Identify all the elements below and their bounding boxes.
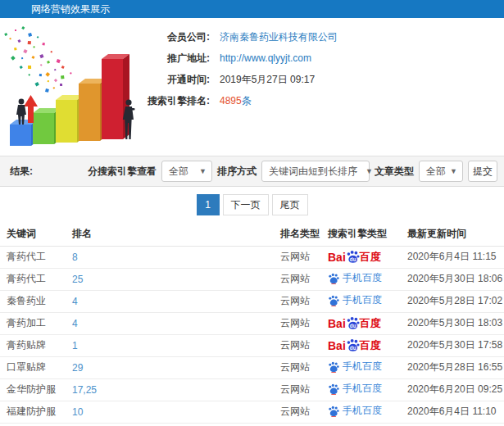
open-time-label: 开通时间: — [131, 73, 210, 87]
rank-type-cell: 云网站 — [280, 268, 328, 290]
submit-button[interactable]: 提交 — [468, 161, 497, 182]
rank-cell: 1 — [72, 334, 280, 356]
article-type-select[interactable]: 全部 ▼ — [419, 161, 463, 182]
promo-url-link[interactable]: http://www.qlyyjt.com — [220, 52, 311, 64]
header-engine-type: 搜索引擎类型 — [328, 223, 407, 246]
keyword-cell: 膏药贴牌 — [0, 334, 72, 356]
baidu-mobile-label: 手机百度 — [343, 404, 382, 418]
rank-count-label: 搜索引擎排名: — [131, 94, 210, 108]
rank-cell: 4 — [72, 312, 280, 334]
engine-filter-select[interactable]: 全部 ▼ — [161, 161, 212, 182]
rank-cell: 8 — [72, 246, 280, 268]
article-type-label: 文章类型 — [375, 165, 414, 179]
baidu-paw-icon: du — [346, 250, 360, 264]
keyword-cell: 金华防护服 — [0, 378, 72, 401]
baidu-mobile-label: 手机百度 — [343, 271, 382, 285]
rank-link[interactable]: 10 — [72, 406, 83, 418]
updated-time-cell: 2020年5月30日 18:03 — [407, 312, 504, 334]
engine-type-cell: 手机百度 — [328, 401, 407, 423]
table-row: 膏药代工8云网站Baidu百度2020年6月4日 11:15 — [0, 246, 504, 268]
rank-link[interactable]: 8 — [72, 252, 78, 263]
baidu-pc-logo: Baidu百度 — [328, 250, 381, 265]
summary-section: 会员公司: 济南秦鲁药业科技有限公司 推广地址: http://www.qlyy… — [0, 18, 504, 156]
baidu-paw-icon — [328, 273, 339, 284]
growth-chart-image — [0, 21, 152, 152]
engine-filter-value: 全部 — [169, 165, 188, 179]
baidu-logo-bai-text: Bai — [328, 339, 346, 352]
rank-type-cell: 云网站 — [280, 312, 328, 334]
chevron-down-icon: ▼ — [199, 167, 207, 175]
chevron-down-icon: ▼ — [366, 167, 373, 175]
window-titlebar: 网络营销效果展示 — [0, 0, 504, 18]
last-page-button[interactable]: 尾页 — [272, 194, 308, 215]
info-row-url: 推广地址: http://www.qlyyjt.com — [131, 48, 500, 69]
engine-type-cell: 手机百度 — [328, 268, 407, 290]
rank-link[interactable]: 29 — [72, 362, 83, 374]
baidu-mobile-label: 手机百度 — [343, 382, 382, 396]
updated-time-cell: 2020年6月4日 11:15 — [407, 246, 504, 268]
filter-controls: 分搜索引擎查看 全部 ▼ 排序方式 关键词由短到长排序 ▼ 文章类型 全部 ▼ … — [88, 161, 497, 182]
company-value-link[interactable]: 济南秦鲁药业科技有限公司 — [220, 30, 338, 44]
rank-count-unit: 条 — [242, 95, 252, 106]
engine-type-cell: Baidu百度 — [328, 334, 407, 356]
rank-cell: 17,25 — [72, 378, 280, 401]
rank-link[interactable]: 4 — [72, 296, 78, 307]
rank-cell: 29 — [72, 356, 280, 378]
baidu-mobile-logo: 手机百度 — [328, 382, 382, 396]
chevron-down-icon: ▼ — [450, 167, 457, 175]
svg-text:du: du — [350, 345, 356, 351]
baidu-pc-logo: Baidu百度 — [328, 316, 381, 331]
rank-type-cell: 云网站 — [280, 356, 328, 378]
baidu-mobile-logo: 手机百度 — [328, 360, 382, 374]
sort-select[interactable]: 关键词由短到长排序 ▼ — [261, 161, 370, 182]
info-row-open-time: 开通时间: 2019年5月27日 09:17 — [131, 69, 500, 90]
header-rank-type: 排名类型 — [280, 223, 328, 246]
baidu-paw-icon: du — [346, 316, 360, 330]
rank-type-cell: 云网站 — [280, 334, 328, 356]
keyword-cell: 膏药加工 — [0, 312, 72, 334]
page-button-1[interactable]: 1 — [197, 194, 220, 215]
updated-time-cell: 2020年6月4日 11:10 — [407, 401, 504, 423]
pagination: 1 下一页 尾页 — [0, 187, 504, 223]
baidu-logo-bai-text: Bai — [328, 317, 346, 330]
baidu-mobile-logo: 手机百度 — [328, 404, 382, 418]
header-keyword: 关键词 — [0, 223, 72, 246]
baidu-mobile-logo: 手机百度 — [328, 293, 382, 307]
table-row: 膏药加工4云网站Baidu百度2020年5月30日 18:03 — [0, 312, 504, 334]
rank-count-value: 4895条 — [220, 94, 252, 108]
rank-link[interactable]: 1 — [72, 340, 78, 351]
updated-time-cell: 2020年5月28日 16:55 — [407, 356, 504, 378]
rank-link[interactable]: 25 — [72, 274, 83, 285]
baidu-logo-cn-text: 百度 — [360, 250, 381, 265]
baidu-mobile-label: 手机百度 — [343, 360, 382, 374]
baidu-logo-cn-text: 百度 — [360, 338, 381, 353]
keyword-cell: 膏药代工 — [0, 246, 72, 268]
rank-type-cell: 云网站 — [280, 401, 328, 423]
table-row: 秦鲁药业4云网站手机百度2020年5月28日 17:02 — [0, 290, 504, 312]
table-header-row: 关键词 排名 排名类型 搜索引擎类型 最新更新时间 — [0, 223, 504, 246]
table-row: 膏药代工25云网站手机百度2020年5月30日 18:06 — [0, 268, 504, 290]
sort-value: 关键词由短到长排序 — [269, 165, 357, 179]
table-row: 金华防护服17,25云网站手机百度2020年6月20日 09:25 — [0, 378, 504, 401]
baidu-paw-icon — [328, 295, 339, 306]
baidu-paw-icon — [328, 406, 339, 417]
rank-link[interactable]: 17,25 — [72, 384, 97, 396]
svg-text:du: du — [350, 256, 356, 262]
table-row: 福建防护服10云网站手机百度2020年6月4日 11:10 — [0, 401, 504, 423]
next-page-button[interactable]: 下一页 — [223, 194, 269, 215]
keyword-cell: 口罩贴牌 — [0, 356, 72, 378]
engine-type-cell: Baidu百度 — [328, 312, 407, 334]
sort-label: 排序方式 — [217, 165, 257, 179]
updated-time-cell: 2020年5月28日 17:02 — [407, 290, 504, 312]
header-updated: 最新更新时间 — [407, 223, 504, 246]
rank-type-cell: 云网站 — [280, 378, 328, 401]
keyword-cell: 福建防护服 — [0, 401, 72, 423]
rank-type-cell: 云网站 — [280, 246, 328, 268]
rank-link[interactable]: 4 — [72, 318, 78, 329]
keyword-cell: 秦鲁药业 — [0, 290, 72, 312]
header-rank: 排名 — [72, 223, 280, 246]
info-row-company: 会员公司: 济南秦鲁药业科技有限公司 — [131, 26, 500, 48]
baidu-paw-icon: du — [346, 338, 360, 352]
baidu-mobile-logo: 手机百度 — [328, 271, 382, 285]
rank-cell: 4 — [72, 290, 280, 312]
